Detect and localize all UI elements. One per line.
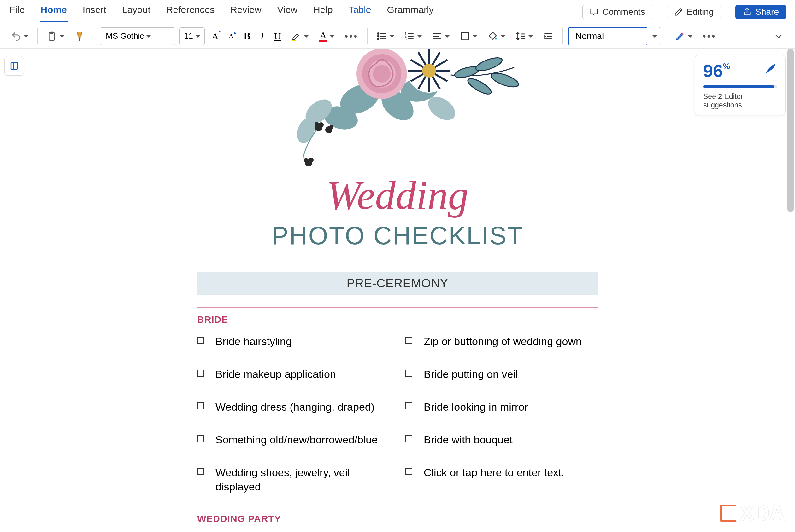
tab-grammarly[interactable]: Grammarly (386, 1, 434, 22)
svg-point-53 (309, 157, 313, 163)
check-item[interactable]: Bride makeup application (197, 367, 390, 382)
checkbox-icon[interactable] (405, 337, 412, 344)
tab-help[interactable]: Help (313, 1, 333, 22)
align-button[interactable] (429, 27, 453, 45)
editor-progress (703, 86, 777, 88)
indent-button[interactable] (540, 27, 557, 45)
checkbox-icon[interactable] (405, 435, 412, 442)
share-icon (743, 7, 752, 16)
bride-checklist: Bride hairstyling Bride makeup applicati… (197, 335, 598, 494)
tab-view[interactable]: View (277, 1, 298, 22)
comments-label: Comments (602, 7, 645, 17)
line-spacing-button[interactable] (512, 27, 536, 45)
svg-point-6 (377, 35, 379, 37)
checkbox-icon[interactable] (197, 402, 204, 410)
undo-icon (11, 31, 21, 42)
borders-icon (460, 31, 470, 42)
svg-point-51 (329, 125, 333, 130)
tab-review[interactable]: Review (230, 1, 262, 22)
format-painter-button[interactable] (71, 27, 88, 45)
editing-label: Editing (687, 7, 714, 17)
xda-logo-icon (720, 505, 737, 521)
divider (197, 507, 598, 507)
check-item[interactable]: Click or tap here to enter text. (405, 466, 598, 480)
checkbox-icon[interactable] (405, 370, 412, 377)
editor-score-panel[interactable]: 96% See 2 Editor suggestions (695, 55, 785, 115)
shading-button[interactable] (484, 27, 508, 45)
designer-button[interactable] (672, 27, 695, 45)
check-item[interactable]: Zip or buttoning of wedding gown (405, 335, 598, 349)
shrink-font-button[interactable]: A▲ (225, 27, 237, 45)
bullets-icon (376, 31, 387, 42)
checkbox-icon[interactable] (405, 468, 412, 475)
svg-rect-2 (78, 38, 80, 41)
checkbox-icon[interactable] (197, 468, 204, 475)
style-select[interactable]: Normal (568, 27, 647, 45)
highlighter-icon (291, 31, 302, 42)
tab-file[interactable]: File (9, 1, 25, 22)
vertical-scrollbar[interactable] (788, 49, 794, 212)
share-button[interactable]: Share (735, 5, 786, 19)
navigation-pane-toggle[interactable] (4, 56, 24, 76)
check-item[interactable]: Bride hairstyling (197, 335, 390, 349)
pen-sparkle-icon (675, 31, 686, 42)
check-item[interactable]: Wedding shoes, jewelry, veil displayed (197, 466, 390, 494)
line-spacing-icon (515, 31, 526, 42)
document-page[interactable]: Wedding PHOTO CHECKLIST PRE-CEREMONY BRI… (139, 49, 656, 532)
undo-button[interactable] (7, 27, 32, 45)
checkbox-icon[interactable] (197, 337, 204, 344)
ribbon-more-button[interactable]: ••• (700, 27, 720, 45)
font-size-select[interactable]: 11 (179, 27, 205, 45)
font-color-button[interactable]: A (315, 27, 338, 45)
ribbon-expand-button[interactable] (770, 27, 788, 45)
indent-icon (543, 31, 554, 42)
editor-hint[interactable]: See 2 Editor suggestions (703, 92, 777, 109)
check-item[interactable]: Wedding dress (hanging, draped) (197, 400, 390, 415)
highlight-button[interactable] (288, 27, 312, 45)
borders-button[interactable] (456, 27, 481, 45)
comments-button[interactable]: Comments (582, 5, 652, 19)
style-dropdown[interactable] (647, 27, 660, 45)
font-family-value: MS Gothic (106, 31, 144, 41)
underline-button[interactable]: U (271, 27, 284, 45)
tab-references[interactable]: References (166, 1, 215, 22)
tab-home[interactable]: Home (40, 1, 67, 22)
xda-watermark: XDA (720, 500, 784, 526)
font-family-select[interactable]: MS Gothic (100, 27, 176, 45)
more-font-button[interactable]: ••• (341, 27, 362, 45)
checkbox-icon[interactable] (197, 370, 204, 377)
svg-point-39 (489, 70, 520, 90)
share-label: Share (755, 7, 779, 17)
floral-illustration (240, 49, 555, 168)
numbering-icon: 123 (404, 31, 415, 42)
grow-font-button[interactable]: A▲ (209, 27, 222, 45)
svg-point-4 (377, 33, 379, 34)
svg-point-48 (319, 122, 324, 127)
divider (197, 307, 598, 308)
paint-bucket-icon (487, 31, 498, 42)
checkbox-icon[interactable] (405, 402, 412, 410)
numbering-button[interactable]: 123 (401, 27, 425, 45)
checkbox-icon[interactable] (197, 435, 204, 442)
tab-table[interactable]: Table (348, 1, 372, 22)
tab-insert[interactable]: Insert (82, 1, 107, 22)
svg-point-46 (373, 65, 391, 82)
svg-rect-19 (462, 33, 469, 40)
chevron-down-icon (773, 31, 784, 42)
tab-layout[interactable]: Layout (122, 1, 151, 22)
comment-icon (590, 7, 598, 16)
bullets-button[interactable] (373, 27, 397, 45)
svg-point-40 (466, 76, 493, 97)
editing-mode-button[interactable]: Editing (667, 5, 721, 19)
doc-subtitle: PHOTO CHECKLIST (197, 221, 598, 250)
check-item[interactable]: Bride looking in mirror (405, 400, 598, 415)
style-value: Normal (575, 31, 604, 41)
svg-point-20 (495, 37, 497, 39)
italic-button[interactable]: I (257, 27, 267, 45)
bold-button[interactable]: B (240, 27, 253, 45)
check-item[interactable]: Bride putting on veil (405, 367, 598, 382)
paste-button[interactable] (43, 27, 67, 45)
check-item[interactable]: Bride with bouquet (405, 433, 598, 447)
menu-bar: File Home Insert Layout References Revie… (0, 0, 795, 24)
check-item[interactable]: Something old/new/borrowed/blue (197, 433, 390, 447)
